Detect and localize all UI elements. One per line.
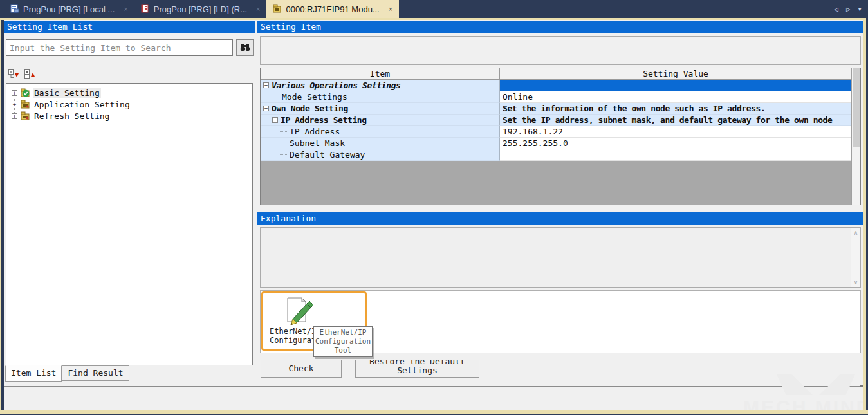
tree-item-label[interactable]: Basic Setting (33, 88, 101, 98)
setting-table-header: Item Setting Value (261, 68, 860, 80)
explanation-scrollbar[interactable]: ∧ ∨ (851, 228, 860, 287)
module-parameter-icon (273, 4, 282, 15)
value-text: Set the information of the own node such… (503, 104, 765, 113)
value-cell[interactable]: 192.168.1.22 (500, 126, 851, 138)
collapse-icon[interactable]: − (263, 82, 269, 88)
table-vertical-scrollbar[interactable] (851, 68, 860, 205)
close-icon[interactable]: × (389, 5, 392, 13)
item-label: Various Operations Settings (272, 80, 401, 91)
collapse-icon[interactable]: − (272, 117, 278, 123)
tooltip: EtherNet/IP Configuration Tool (313, 326, 373, 357)
application-setting-icon (21, 100, 30, 109)
table-row[interactable]: − IP Address Setting Set the IP address,… (261, 115, 860, 126)
item-cell[interactable]: − IP Address Setting (261, 115, 500, 126)
value-cell[interactable]: 255.255.255.0 (500, 138, 851, 149)
close-icon[interactable]: × (124, 5, 127, 13)
item-cell[interactable]: Default Gateway (261, 149, 500, 161)
tree-item-label[interactable]: Refresh Setting (33, 111, 111, 121)
item-cell[interactable]: Subnet Mask (261, 138, 500, 149)
item-cell[interactable]: IP Address (261, 126, 500, 138)
tab-label: ProgPou [PRG] [Local ... (23, 5, 115, 14)
value-text: Online (503, 92, 533, 102)
tool-button-label: EtherNet/I Configurat (270, 327, 316, 345)
collapse-all-icon[interactable] (8, 69, 20, 79)
tab-module-parameter[interactable]: 0000:RJ71EIP91 Modu... × (266, 0, 399, 18)
setting-item-tree: + Basic Setting + Application Setting + … (6, 83, 253, 365)
expand-icon[interactable]: + (12, 90, 17, 96)
setting-table: Item Setting Value − Various Operations … (260, 68, 861, 205)
setting-item-panel: Setting Item Item Setting Value − Variou… (257, 20, 863, 410)
refresh-setting-icon (21, 111, 30, 120)
value-cell[interactable]: Online (500, 91, 851, 103)
item-cell[interactable]: Mode Settings (261, 91, 500, 103)
explanation-header: Explanation (257, 212, 863, 225)
tree-toolbar (8, 69, 36, 79)
table-row[interactable]: Default Gateway (261, 149, 860, 161)
search-button[interactable] (236, 39, 254, 56)
tree-dots (272, 97, 279, 97)
tooltip-line: Tool (314, 346, 372, 355)
tab-progpou-ld[interactable]: ProgPou [PRG] [LD] (R... × (134, 0, 267, 18)
mech-mind-logo (777, 374, 868, 395)
tree-dots (280, 131, 287, 132)
table-row[interactable]: IP Address 192.168.1.22 (261, 126, 860, 138)
tab-scroll-controls: ◁ ▷ ▼ (834, 0, 862, 18)
program-ladder-icon (141, 4, 150, 15)
value-text: 192.168.1.22 (503, 127, 563, 136)
tooltip-line: EtherNet/IP (314, 328, 372, 337)
collapse-icon[interactable]: − (263, 106, 269, 111)
setting-item-top-box (260, 36, 861, 65)
tree-dots (280, 154, 287, 155)
tooltip-line: Configuration (314, 337, 372, 346)
table-row[interactable]: Subnet Mask 255.255.255.0 (261, 138, 860, 149)
item-cell[interactable]: − Various Operations Settings (261, 80, 500, 91)
value-cell[interactable]: Set the IP address, subnet mask, and def… (500, 115, 851, 126)
tree-item-label[interactable]: Application Setting (33, 100, 131, 109)
column-header-setting-value: Setting Value (500, 68, 851, 79)
frame-left-gap (1, 20, 4, 410)
close-icon[interactable]: × (256, 5, 260, 13)
logo-right-wing (819, 374, 855, 395)
scroll-up-icon[interactable]: ∧ (851, 229, 860, 236)
tab-list-menu-icon[interactable]: ▼ (858, 6, 862, 12)
setting-item-list-panel: Setting Item List + Basic Settin (4, 20, 255, 410)
restore-default-settings-button[interactable]: Restore the Default Settings (355, 360, 479, 378)
item-label: IP Address Setting (281, 115, 367, 125)
table-row[interactable]: − Own Node Setting Set the information o… (261, 103, 860, 115)
item-cell[interactable]: − Own Node Setting (261, 103, 500, 115)
tree-item-basic-setting[interactable]: + Basic Setting (6, 87, 252, 98)
scroll-tabs-left-icon[interactable]: ◁ (834, 5, 838, 14)
tree-item-application-setting[interactable]: + Application Setting (6, 98, 252, 110)
item-label: IP Address (290, 126, 340, 137)
item-label: Default Gateway (290, 149, 365, 160)
table-row[interactable]: − Various Operations Settings (261, 80, 860, 91)
expand-icon[interactable]: + (12, 113, 17, 119)
expand-all-icon[interactable] (24, 69, 36, 79)
scroll-tabs-right-icon[interactable]: ▷ (846, 5, 851, 14)
tab-label: 0000:RJ71EIP91 Modu... (286, 5, 379, 14)
frame-top-border (0, 18, 868, 20)
ethernet-ip-config-tool-icon (282, 296, 315, 329)
program-label-icon (10, 4, 19, 15)
binoculars-icon (239, 42, 251, 54)
setting-item-list-header: Setting Item List (4, 21, 255, 33)
scrollbar-thumb[interactable] (853, 68, 860, 147)
search-input[interactable] (6, 39, 233, 56)
tree-item-refresh-setting[interactable]: + Refresh Setting (6, 110, 252, 122)
tab-item-list[interactable]: Item List (5, 365, 62, 382)
gx-works3-window: ProgPou [PRG] [Local ... × ProgPou [PRG]… (0, 0, 868, 415)
tab-find-result[interactable]: Find Result (62, 365, 129, 381)
tab-progpou-local[interactable]: ProgPou [PRG] [Local ... × (4, 0, 134, 18)
column-header-item: Item (261, 68, 500, 79)
ethernet-ip-config-tool-button[interactable]: EtherNet/I Configurat EtherNet/IP Config… (261, 291, 367, 351)
document-tab-bar: ProgPou [PRG] [Local ... × ProgPou [PRG]… (0, 0, 868, 18)
scroll-down-icon[interactable]: ∨ (851, 279, 860, 286)
value-cell[interactable]: Set the information of the own node such… (500, 103, 851, 115)
logo-left-wing (777, 374, 813, 395)
check-button[interactable]: Check (261, 360, 342, 378)
value-cell[interactable] (500, 149, 851, 161)
table-row[interactable]: Mode Settings Online (261, 91, 860, 103)
tool-button-label-line2: Configurat (270, 336, 316, 345)
expand-icon[interactable]: + (12, 102, 17, 107)
value-cell[interactable] (500, 80, 851, 91)
